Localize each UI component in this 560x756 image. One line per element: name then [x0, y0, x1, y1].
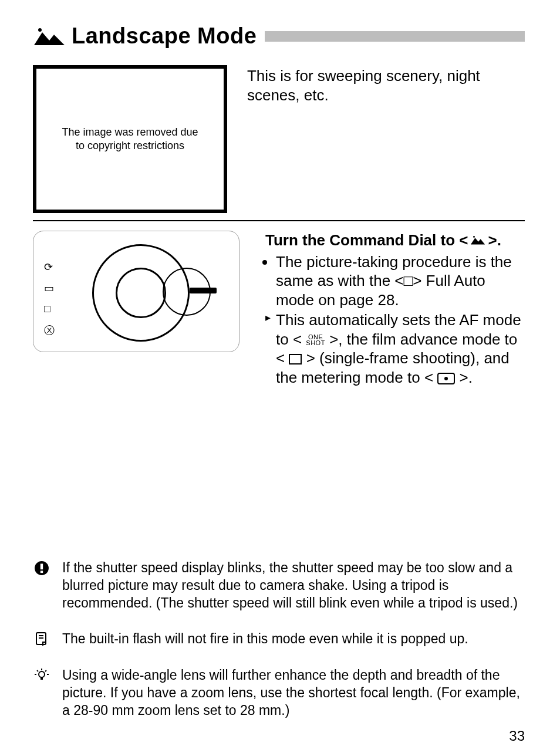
notice-line1: The image was removed due: [62, 126, 198, 138]
manual-page: Landscape Mode The image was removed due…: [0, 0, 560, 756]
intro-description: This is for sweeping scenery, night scen…: [247, 66, 525, 104]
svg-point-8: [39, 671, 45, 677]
svg-line-14: [45, 670, 46, 671]
section-divider: [33, 220, 525, 221]
step-instructions: Turn the Command Dial to < >. The pictur…: [265, 231, 525, 388]
heading-suffix: >.: [488, 231, 501, 250]
step-bullets: The picture-taking procedure is the same…: [265, 252, 525, 387]
warning-icon: [33, 561, 50, 576]
svg-point-1: [473, 236, 475, 238]
one-shot-icon: ONE SHOT: [306, 335, 325, 346]
tip-text: Using a wide-angle lens will further enh…: [62, 667, 525, 720]
bullet-2: This automatically sets the AF mode to <…: [265, 310, 525, 387]
warning-note: If the shutter speed display blinks, the…: [33, 559, 525, 612]
single-frame-icon: [289, 354, 302, 365]
page-title: Landscape Mode: [72, 23, 257, 49]
tip-note: Using a wide-angle lens will further enh…: [33, 667, 525, 720]
bullet-1: The picture-taking procedure is the same…: [276, 252, 525, 310]
landscape-icon: [33, 26, 66, 46]
svg-rect-9: [41, 677, 43, 680]
command-dial-illustration: ⟳▭□ⓧ: [33, 231, 239, 352]
tip-icon: [33, 668, 50, 682]
svg-line-13: [37, 670, 38, 671]
intro-section: The image was removed due to copyright r…: [33, 65, 525, 213]
footer-notes: If the shutter speed display blinks, the…: [33, 559, 525, 720]
page-number: 33: [509, 728, 525, 744]
page-title-row: Landscape Mode: [33, 23, 525, 49]
svg-point-0: [38, 28, 42, 32]
step-section: ⟳▭□ⓧ Turn the Command Dial to < >. The p…: [33, 231, 525, 388]
info-text: The built-in flash will not fire in this…: [62, 630, 468, 648]
notice-line2: to copyright restrictions: [76, 140, 184, 151]
image-removed-notice: The image was removed due to copyright r…: [62, 126, 198, 153]
landscape-icon: [470, 231, 485, 250]
heading-prefix: Turn the Command Dial to <: [265, 231, 468, 250]
b2-part4: >.: [460, 369, 473, 386]
one-shot-shot: SHOT: [306, 339, 325, 346]
metering-mode-icon: [437, 373, 455, 384]
warning-text: If the shutter speed display blinks, the…: [62, 559, 525, 612]
svg-rect-4: [41, 571, 43, 573]
step-heading: Turn the Command Dial to < >.: [265, 231, 525, 250]
title-divider-bar: [265, 31, 525, 42]
example-photo-placeholder: The image was removed due to copyright r…: [33, 65, 227, 213]
b2-part3: > (single-frame shooting), and the meter…: [276, 349, 510, 386]
note-icon: [33, 632, 50, 646]
svg-rect-3: [41, 563, 43, 569]
info-note: The built-in flash will not fire in this…: [33, 630, 525, 648]
